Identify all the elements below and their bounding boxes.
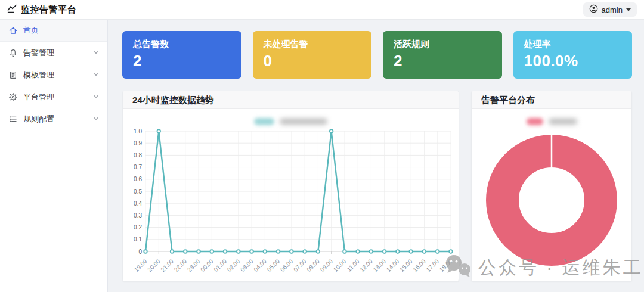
svg-text:11:00: 11:00 <box>346 257 361 272</box>
rules-list-icon <box>8 114 18 124</box>
svg-text:10:00: 10:00 <box>332 257 348 273</box>
svg-text:07:00: 07:00 <box>292 257 308 273</box>
svg-text:18:00: 18:00 <box>438 257 454 273</box>
svg-text:0.6: 0.6 <box>134 176 142 182</box>
legend-swatch <box>527 118 543 125</box>
chevron-down-icon <box>93 70 99 79</box>
sidebar: 首页 告警管理 模板管理 平台管理 <box>0 20 108 292</box>
stats-row: 总告警数 2 未处理告警 0 活跃规则 2 处理率 100.0% <box>122 31 632 79</box>
svg-text:0.1: 0.1 <box>134 236 142 243</box>
svg-text:14:00: 14:00 <box>385 257 401 273</box>
svg-text:12:00: 12:00 <box>358 257 374 273</box>
sidebar-item-rule-config[interactable]: 规则配置 <box>0 108 107 130</box>
donut-chart <box>472 126 631 275</box>
legend-label-blurred <box>549 119 577 125</box>
sidebar-item-alert-management[interactable]: 告警管理 <box>0 42 107 64</box>
svg-text:17:00: 17:00 <box>425 257 441 273</box>
trend-logo-icon <box>7 4 17 16</box>
legend-label-blurred <box>280 119 327 125</box>
trend-chart-title: 24小时监控数据趋势 <box>123 91 459 109</box>
user-avatar-icon <box>589 4 598 15</box>
svg-text:23:00: 23:00 <box>186 257 202 273</box>
svg-text:0: 0 <box>138 248 142 255</box>
sidebar-item-template-management[interactable]: 模板管理 <box>0 64 107 86</box>
sidebar-item-label: 模板管理 <box>23 70 93 80</box>
svg-text:0.3: 0.3 <box>134 212 142 219</box>
svg-text:0.7: 0.7 <box>134 164 142 170</box>
stat-card-handle-rate: 处理率 100.0% <box>513 31 633 79</box>
user-menu-button[interactable]: admin <box>583 2 637 17</box>
stat-label: 处理率 <box>524 39 622 50</box>
svg-text:04:00: 04:00 <box>252 257 268 273</box>
stat-value: 100.0% <box>524 52 622 70</box>
svg-text:19:00: 19:00 <box>133 257 148 273</box>
svg-text:0.5: 0.5 <box>134 188 142 195</box>
stat-value: 2 <box>394 52 491 70</box>
legend-swatch <box>254 118 274 125</box>
stat-label: 未处理告警 <box>264 39 361 50</box>
chevron-down-icon <box>93 92 99 101</box>
caret-down-icon <box>626 8 631 11</box>
stat-value: 0 <box>264 52 361 70</box>
svg-text:0.9: 0.9 <box>134 140 142 147</box>
home-icon <box>8 26 18 35</box>
svg-text:1.0: 1.0 <box>134 128 142 135</box>
svg-text:05:00: 05:00 <box>266 257 281 273</box>
sidebar-item-label: 告警管理 <box>23 48 93 58</box>
svg-text:16:00: 16:00 <box>411 257 427 273</box>
stat-card-active-rules: 活跃规则 2 <box>383 31 502 79</box>
bell-icon <box>8 48 18 58</box>
stat-label: 总告警数 <box>133 39 231 50</box>
sidebar-item-label: 平台管理 <box>23 92 93 102</box>
svg-text:00:00: 00:00 <box>199 257 215 273</box>
sidebar-item-platform-management[interactable]: 平台管理 <box>0 86 107 108</box>
app-title: 监控告警平台 <box>21 4 76 15</box>
line-chart: 00.10.20.30.40.50.60.70.80.91.019:0020:0… <box>123 126 459 282</box>
chevron-down-icon <box>93 114 99 123</box>
svg-text:20:00: 20:00 <box>146 257 162 273</box>
chevron-down-icon <box>93 48 99 57</box>
sidebar-item-label: 规则配置 <box>23 114 93 125</box>
sidebar-item-label: 首页 <box>23 25 99 36</box>
svg-text:09:00: 09:00 <box>319 257 335 273</box>
svg-text:22:00: 22:00 <box>173 257 188 273</box>
user-name: admin <box>602 5 623 14</box>
svg-text:03:00: 03:00 <box>239 257 255 273</box>
svg-text:01:00: 01:00 <box>213 257 228 273</box>
app-root: 监控告警平台 admin 首页 告警管理 <box>0 0 644 292</box>
distribution-chart-title: 告警平台分布 <box>472 91 631 109</box>
trend-chart-card: 24小时监控数据趋势 00.10.20.30.40.50.60.70.80.91… <box>122 91 459 282</box>
svg-text:0.8: 0.8 <box>134 152 142 159</box>
sidebar-item-home[interactable]: 首页 <box>0 20 107 42</box>
svg-text:06:00: 06:00 <box>279 257 295 273</box>
distribution-legend-blurred <box>472 117 631 126</box>
stat-card-total-alerts: 总告警数 2 <box>122 31 242 79</box>
top-header: 监控告警平台 admin <box>0 0 644 20</box>
trend-legend-blurred <box>123 117 459 126</box>
svg-text:13:00: 13:00 <box>372 257 388 273</box>
svg-text:0.2: 0.2 <box>134 224 142 231</box>
template-icon <box>8 70 18 80</box>
stat-value: 2 <box>133 52 231 70</box>
svg-text:02:00: 02:00 <box>226 257 242 273</box>
stat-card-unhandled-alerts: 未处理告警 0 <box>253 31 372 79</box>
distribution-chart-card: 告警平台分布 <box>471 91 632 282</box>
stat-label: 活跃规则 <box>394 39 491 50</box>
main-content: 总告警数 2 未处理告警 0 活跃规则 2 处理率 100.0% 24小时监控数… <box>108 20 644 292</box>
gear-icon <box>8 92 18 102</box>
charts-row: 24小时监控数据趋势 00.10.20.30.40.50.60.70.80.91… <box>122 91 632 282</box>
svg-text:0.4: 0.4 <box>134 200 142 207</box>
svg-text:15:00: 15:00 <box>398 257 414 273</box>
svg-text:21:00: 21:00 <box>159 257 175 273</box>
brand: 监控告警平台 <box>7 4 76 16</box>
svg-text:08:00: 08:00 <box>305 257 321 273</box>
